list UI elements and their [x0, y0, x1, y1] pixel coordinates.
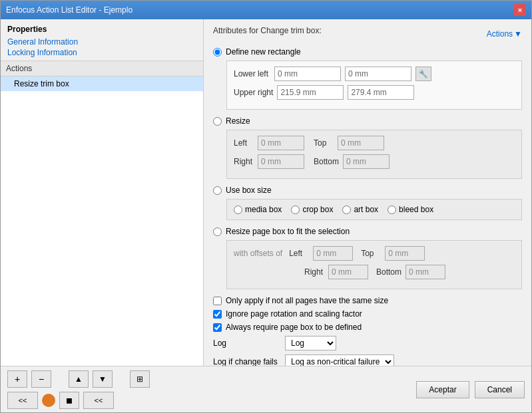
art-box-label[interactable]: art box: [342, 205, 378, 214]
resize-sub: Left 0 mm Top 0 mm Right 0 mm Bottom 0 m…: [226, 130, 522, 179]
log-fail-row: Log if change fails Log as non-critical …: [213, 354, 522, 366]
actions-section: Actions Resize trim box: [1, 61, 203, 366]
define-rectangle-radio-label[interactable]: Define new rectangle: [213, 47, 522, 57]
resize-group: Resize Left 0 mm Top 0 mm Right 0 mm Bot…: [213, 116, 522, 179]
checkbox2[interactable]: [213, 310, 222, 319]
resize-right-bottom-row: Right 0 mm Bottom 0 mm: [234, 154, 515, 169]
define-rectangle-sub: Lower left 0 mm 0 mm 🔧 Upper right 215.9…: [226, 61, 522, 110]
upper-right-x-input[interactable]: 215.9 mm: [277, 85, 344, 100]
main-window: Enfocus Action List Editor - Ejemplo × P…: [0, 0, 532, 413]
checkbox1-label: Only apply if not all pages have the sam…: [226, 296, 388, 305]
media-box-label[interactable]: media box: [234, 205, 282, 214]
checkbox3-row: Always require page box to be defined: [213, 323, 522, 332]
offsets-left-top-row: with offsets of Left 0 mm Top 0 mm: [234, 246, 515, 261]
use-box-size-radio-label[interactable]: Use box size: [213, 186, 522, 195]
window-title: Enfocus Action List Editor - Ejemplo: [6, 5, 133, 15]
close-button[interactable]: ×: [514, 4, 526, 16]
bleed-box-radio[interactable]: [388, 206, 396, 214]
offsets-right-bottom-row: Right 0 mm Bottom 0 mm: [304, 265, 515, 279]
actions-dropdown-link[interactable]: Actions ▼: [487, 29, 522, 39]
bottom-left-row1: + − ▲ ▼ ⊞: [7, 370, 150, 388]
actions-section-title: Actions: [6, 64, 32, 73]
grid-icon: ⊞: [136, 374, 143, 384]
use-box-size-group: Use box size media box crop box: [213, 186, 522, 220]
bottom-right: Aceptar Cancel: [416, 381, 525, 398]
checkbox3-label: Always require page box to be defined: [226, 323, 362, 332]
general-info-link[interactable]: General Information: [7, 37, 196, 47]
bleed-box-label[interactable]: bleed box: [388, 205, 433, 214]
lower-left-label: Lower left: [234, 69, 270, 78]
resize-bottom-label: Bottom: [314, 157, 339, 166]
tool-btn-4[interactable]: ▼: [93, 370, 113, 388]
crop-box-label[interactable]: crop box: [291, 205, 333, 214]
media-box-radio[interactable]: [234, 206, 242, 214]
cancel-button[interactable]: Cancel: [475, 381, 525, 398]
tool-btn-2[interactable]: −: [31, 370, 51, 388]
lower-left-y-input[interactable]: 0 mm: [345, 67, 411, 81]
log-select[interactable]: Log Don't log: [285, 336, 336, 350]
log-fail-select[interactable]: Log as non-critical failure Log as criti…: [285, 354, 394, 366]
checkbox1-row: Only apply if not all pages have the sam…: [213, 296, 522, 305]
crop-box-radio[interactable]: [291, 206, 300, 214]
offset-right-input: 0 mm: [328, 265, 368, 279]
offset-top-label: Top: [361, 249, 381, 258]
left-panel: Properties General Information Locking I…: [1, 19, 204, 366]
offset-bottom-input: 0 mm: [405, 265, 445, 279]
orange-circle: [42, 394, 55, 407]
bottom-left-row2: << ◼ <<: [7, 392, 150, 409]
resize-left-label: Left: [234, 138, 254, 148]
actions-header: Actions: [1, 61, 203, 76]
minus-icon: −: [39, 374, 44, 384]
log-row: Log Log Don't log: [213, 336, 522, 350]
up-icon: ▲: [75, 374, 83, 384]
box-type-radios: media box crop box art box bleed bo: [234, 205, 515, 214]
checkbox1[interactable]: [213, 297, 222, 305]
art-box-radio[interactable]: [342, 206, 351, 214]
ok-button[interactable]: Aceptar: [416, 381, 469, 398]
stop-btn[interactable]: ◼: [59, 392, 79, 409]
resize-radio-label[interactable]: Resize: [213, 116, 522, 126]
offset-top-input: 0 mm: [385, 246, 425, 261]
tool-btn-5[interactable]: ⊞: [130, 370, 150, 388]
resize-page-group: Resize page box to fit the selection wit…: [213, 227, 522, 289]
lower-left-x-input[interactable]: 0 mm: [274, 67, 341, 81]
main-content: Properties General Information Locking I…: [1, 19, 531, 366]
use-box-size-radio[interactable]: [213, 186, 222, 195]
action-item-resize-trim[interactable]: Resize trim box: [1, 76, 203, 91]
define-rectangle-group: Define new rectangle Lower left 0 mm 0 m…: [213, 47, 522, 110]
checkbox2-label: Ignore page rotation and scaling factor: [226, 309, 362, 319]
resize-top-input: 0 mm: [338, 136, 384, 150]
down-icon: ▼: [99, 374, 107, 384]
with-offsets-label: with offsets of: [234, 249, 282, 258]
lower-left-row: Lower left 0 mm 0 mm 🔧: [234, 67, 515, 81]
back-btn-2[interactable]: <<: [83, 392, 114, 409]
resize-page-radio-label[interactable]: Resize page box to fit the selection: [213, 227, 522, 236]
resize-right-label: Right: [234, 157, 254, 166]
stop-icon: ◼: [66, 396, 73, 405]
offset-left-input: 0 mm: [313, 246, 353, 261]
define-rectangle-radio[interactable]: [213, 48, 222, 57]
log-label: Log: [213, 339, 280, 348]
tool-btn-1[interactable]: +: [7, 370, 27, 388]
pick-lower-left-btn[interactable]: 🔧: [415, 67, 431, 81]
tool-btn-3[interactable]: ▲: [69, 370, 89, 388]
resize-top-label: Top: [314, 138, 334, 148]
locking-info-link[interactable]: Locking Information: [7, 47, 196, 58]
bottom-left: + − ▲ ▼ ⊞ << ◼: [7, 370, 150, 409]
upper-right-row: Upper right 215.9 mm 279.4 mm: [234, 85, 515, 100]
checkbox3[interactable]: [213, 323, 222, 332]
right-panel: Attributes for Change trim box: Actions …: [204, 19, 531, 366]
resize-radio[interactable]: [213, 117, 222, 126]
properties-section: Properties General Information Locking I…: [1, 19, 203, 61]
properties-title: Properties: [7, 25, 196, 34]
bottom-bar: + − ▲ ▼ ⊞ << ◼: [1, 366, 531, 412]
resize-page-radio[interactable]: [213, 227, 222, 236]
upper-right-y-input[interactable]: 279.4 mm: [348, 85, 414, 100]
offset-bottom-label: Bottom: [376, 267, 401, 277]
offset-right-label: Right: [304, 267, 324, 277]
back-btn-1[interactable]: <<: [7, 392, 38, 409]
offset-left-label: Left: [289, 249, 309, 258]
title-bar: Enfocus Action List Editor - Ejemplo ×: [1, 1, 531, 19]
use-box-sub: media box crop box art box bleed bo: [226, 199, 522, 220]
resize-bottom-input: 0 mm: [343, 154, 390, 169]
